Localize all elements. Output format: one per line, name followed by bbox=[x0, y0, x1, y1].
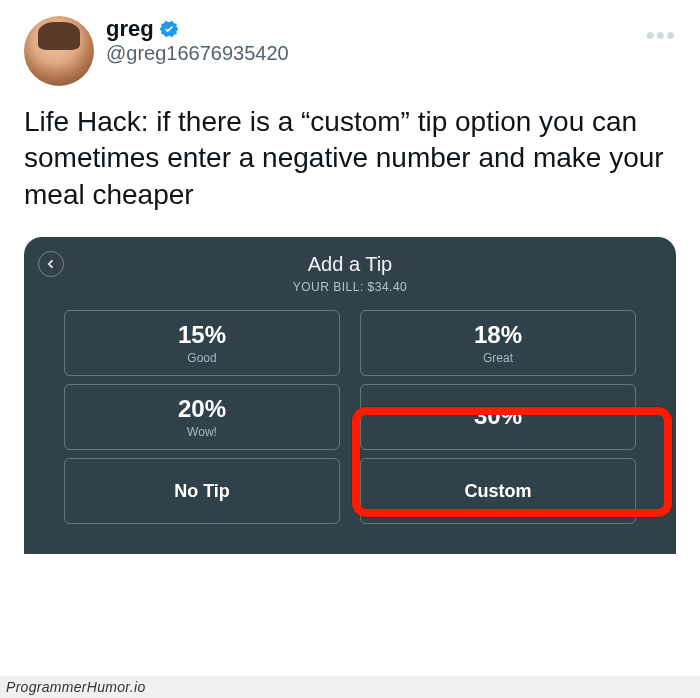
tweet-text: Life Hack: if there is a “custom” tip op… bbox=[24, 104, 676, 213]
back-button[interactable] bbox=[38, 251, 64, 277]
tip-option-15[interactable]: 15% Good bbox=[64, 310, 340, 376]
tip-screen: Add a Tip YOUR BILL: $34.40 15% Good 18%… bbox=[24, 237, 676, 554]
name-line: greg bbox=[106, 16, 289, 42]
tip-screenshot-wrap: Add a Tip YOUR BILL: $34.40 15% Good 18%… bbox=[0, 213, 700, 554]
tweet-header: greg @greg16676935420 ••• bbox=[24, 16, 676, 86]
tip-option-18[interactable]: 18% Great bbox=[360, 310, 636, 376]
tip-percent: 20% bbox=[178, 395, 226, 423]
tip-single-label: No Tip bbox=[174, 481, 230, 502]
tip-percent: 30% bbox=[474, 402, 522, 430]
tweet-container: greg @greg16676935420 ••• Life Hack: if … bbox=[0, 0, 700, 213]
more-icon[interactable]: ••• bbox=[646, 20, 676, 51]
user-handle[interactable]: @greg16676935420 bbox=[106, 42, 289, 65]
tip-grid: 15% Good 18% Great 20% Wow! 30% No Tip C… bbox=[42, 310, 658, 524]
tip-percent: 18% bbox=[474, 321, 522, 349]
avatar[interactable] bbox=[24, 16, 94, 86]
display-name[interactable]: greg bbox=[106, 16, 154, 42]
bill-line: YOUR BILL: $34.40 bbox=[42, 280, 658, 294]
verified-icon bbox=[158, 18, 180, 40]
tip-title: Add a Tip bbox=[42, 253, 658, 276]
tip-label: Wow! bbox=[187, 425, 217, 439]
tip-label: Good bbox=[187, 351, 216, 365]
tip-percent: 15% bbox=[178, 321, 226, 349]
tip-single-label: Custom bbox=[465, 481, 532, 502]
tip-option-none[interactable]: No Tip bbox=[64, 458, 340, 524]
tip-option-30[interactable]: 30% bbox=[360, 384, 636, 450]
tip-option-custom[interactable]: Custom bbox=[360, 458, 636, 524]
user-info: greg @greg16676935420 bbox=[106, 16, 289, 65]
arrow-left-icon bbox=[45, 258, 57, 270]
tip-label: Great bbox=[483, 351, 513, 365]
watermark: ProgrammerHumor.io bbox=[0, 676, 700, 698]
tip-option-20[interactable]: 20% Wow! bbox=[64, 384, 340, 450]
